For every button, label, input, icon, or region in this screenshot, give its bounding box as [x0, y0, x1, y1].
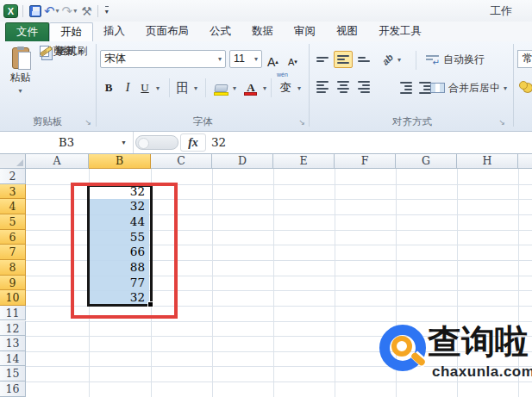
column-header-E[interactable]: E: [273, 154, 335, 169]
separator: [97, 5, 98, 17]
font-group-label: 字体: [97, 115, 309, 128]
row-header-16[interactable]: 16: [0, 381, 26, 397]
orientation-icon: ab: [379, 52, 395, 67]
paste-button[interactable]: 粘贴 ▾: [4, 45, 36, 112]
column-header-G[interactable]: G: [396, 154, 457, 169]
column-header-B[interactable]: B: [89, 154, 151, 169]
row-header-11[interactable]: 11: [0, 306, 26, 321]
tools-icon[interactable]: ⚒: [80, 3, 93, 19]
redo-icon[interactable]: ↷: [61, 3, 74, 19]
align-center-icon: [337, 81, 349, 93]
row-header-14[interactable]: 14: [0, 351, 26, 367]
customize-qat-icon[interactable]: ▾: [105, 6, 109, 16]
font-name-combobox[interactable]: 宋体 ▾: [100, 50, 226, 68]
row-header-10[interactable]: 10: [0, 290, 26, 306]
row-header-5[interactable]: 5: [0, 214, 26, 230]
ribbon-tab-5[interactable]: 数据: [241, 22, 284, 41]
font-size-combobox[interactable]: 11 ▾: [229, 50, 262, 68]
formula-bar-splitter[interactable]: [135, 135, 178, 150]
font-color-dropdown-icon[interactable]: ▾: [260, 78, 269, 98]
row-header-7[interactable]: 7: [0, 245, 26, 260]
clipboard-group-label: 剪贴板: [0, 115, 95, 128]
formula-input[interactable]: 32: [211, 132, 226, 153]
bold-button[interactable]: B: [101, 78, 116, 98]
row-header-15[interactable]: 15: [0, 366, 26, 381]
save-icon[interactable]: [29, 5, 41, 17]
decrease-font-size-button[interactable]: A▾: [288, 52, 297, 72]
font-dialog-launcher-icon[interactable]: ↘: [298, 119, 305, 127]
column-header-D[interactable]: D: [212, 154, 273, 169]
align-center-button[interactable]: [334, 78, 353, 96]
merge-center-icon: [430, 83, 445, 93]
column-header-partial[interactable]: [518, 154, 532, 169]
row-header-6[interactable]: 6: [0, 230, 26, 245]
increase-font-size-button[interactable]: A▴: [267, 52, 279, 72]
alignment-dialog-launcher-icon[interactable]: ↘: [498, 119, 505, 127]
clipboard-group: 粘贴 ▾ ✂ 剪切 复制 ▾ 格式刷 剪贴板 ↘: [0, 41, 95, 131]
borders-button[interactable]: 田: [174, 78, 191, 98]
underline-button[interactable]: U: [138, 78, 152, 98]
row-header-12[interactable]: 12: [0, 321, 26, 337]
phonetic-dropdown-icon[interactable]: ▾: [295, 78, 304, 98]
ribbon-tab-1[interactable]: 开始: [49, 22, 93, 41]
font-color-button[interactable]: A: [242, 78, 260, 98]
ribbon-tab-0[interactable]: 文件: [5, 22, 49, 41]
orientation-dropdown-icon[interactable]: ▾: [395, 51, 404, 68]
align-right-button[interactable]: [354, 78, 373, 96]
font-group: 宋体 ▾ 11 ▾ A▴ A▾ B I U ▾ 田 ▾ ▾ A ▾ 变 wé: [97, 41, 309, 131]
name-box[interactable]: B3: [0, 132, 134, 153]
column-header-A[interactable]: A: [26, 154, 89, 169]
clipboard-dialog-launcher-icon[interactable]: ↘: [84, 119, 91, 127]
column-header-F[interactable]: F: [335, 154, 396, 169]
row-header-9[interactable]: 9: [0, 276, 26, 291]
select-all-corner[interactable]: [0, 154, 26, 169]
ribbon-tab-7[interactable]: 视图: [326, 22, 368, 41]
merge-center-button[interactable]: 合并后居中 ▾: [430, 78, 507, 97]
align-left-button[interactable]: [313, 78, 332, 96]
fx-icon: fx: [188, 136, 198, 149]
italic-button[interactable]: I: [121, 78, 135, 98]
separator: [271, 78, 272, 97]
row-header-2[interactable]: 2: [0, 169, 26, 184]
undo-icon[interactable]: ↶: [43, 3, 56, 19]
wrap-text-button[interactable]: ↵ 自动换行: [426, 50, 485, 69]
decrease-indent-button[interactable]: [397, 79, 416, 96]
align-bottom-button[interactable]: [354, 51, 373, 68]
ribbon-tab-6[interactable]: 审阅: [284, 22, 326, 41]
ribbon-tab-3[interactable]: 页面布局: [135, 22, 199, 41]
font-color-bar: [244, 92, 257, 96]
align-middle-button[interactable]: [334, 51, 353, 68]
watermark-title: 查询啦: [428, 319, 529, 363]
redo-dropdown-icon[interactable]: ▾: [73, 7, 77, 15]
phonetic-guide-button[interactable]: 变 wén: [276, 78, 295, 98]
accounting-format-icon[interactable]: [519, 81, 528, 90]
align-top-button[interactable]: [313, 51, 332, 68]
row-header-3[interactable]: 3: [0, 184, 26, 200]
increase-indent-icon: [419, 82, 431, 94]
excel-logo-icon[interactable]: X: [3, 4, 18, 18]
column-header-H[interactable]: H: [457, 154, 518, 169]
tab-bar: 文件开始插入页面布局公式数据审阅视图开发工具: [0, 22, 532, 41]
orientation-button[interactable]: ab: [378, 51, 397, 68]
row-header-4[interactable]: 4: [0, 199, 26, 214]
column-header-C[interactable]: C: [151, 154, 212, 169]
underline-dropdown-icon[interactable]: ▾: [153, 78, 162, 98]
row-header-8[interactable]: 8: [0, 260, 26, 276]
row-header-13[interactable]: 13: [0, 336, 26, 351]
fill-color-dropdown-icon[interactable]: ▾: [230, 78, 239, 98]
watermark-domain: chaxunla.com: [432, 363, 532, 381]
ribbon-tab-2[interactable]: 插入: [93, 22, 135, 41]
ribbon-tab-4[interactable]: 公式: [199, 22, 241, 41]
borders-dropdown-icon[interactable]: ▾: [191, 78, 200, 98]
fill-color-button[interactable]: [211, 78, 230, 98]
number-format-combobox[interactable]: 常规: [517, 50, 532, 68]
undo-dropdown-icon[interactable]: ▾: [56, 7, 59, 15]
insert-function-button[interactable]: fx: [180, 133, 206, 152]
decrease-indent-icon: [400, 82, 412, 94]
alignment-group-label: 对齐方式: [310, 115, 514, 128]
ribbon-tab-8[interactable]: 开发工具: [368, 22, 432, 41]
format-painter-button[interactable]: 格式刷: [40, 41, 87, 60]
formula-bar: B3 ▼ fx 32: [0, 132, 532, 154]
chevron-down-icon: ▾: [18, 87, 22, 95]
name-box-dropdown-icon[interactable]: ▼: [121, 140, 127, 146]
